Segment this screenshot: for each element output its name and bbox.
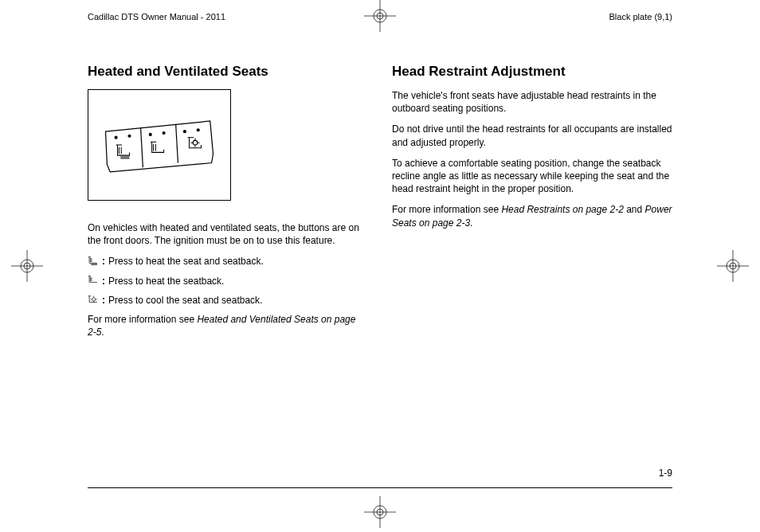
page-header: Cadillac DTS Owner Manual - 2011 Black p…: [0, 12, 760, 22]
head-restraint-p2: Do not drive until the head restraints f…: [392, 123, 672, 148]
svg-point-18: [115, 136, 118, 139]
svg-point-19: [127, 135, 131, 138]
page-footer: 1-9: [88, 464, 672, 488]
seat-buttons-figure: [88, 89, 231, 201]
svg-point-21: [163, 131, 166, 135]
crop-mark-left: [11, 250, 43, 282]
ref-suffix-2: .: [470, 217, 472, 229]
ref-suffix-1: .: [101, 327, 104, 338]
heated-ventilated-heading: Heated and Ventilated Seats: [88, 64, 368, 80]
ref-prefix-1: For more information see: [88, 314, 197, 325]
head-restraint-reference: For more information see Head Restraints…: [392, 203, 672, 229]
heat-seatback-line: : Press to heat the seatback.: [88, 275, 368, 288]
heated-ventilated-reference: For more information see Heated and Vent…: [88, 313, 368, 338]
manual-title: Cadillac DTS Owner Manual - 2011: [88, 12, 225, 22]
svg-point-22: [183, 130, 186, 133]
heat-seat-seatback-text: Press to heat the seat and seatback.: [108, 255, 264, 268]
page-number: 1-9: [659, 467, 672, 479]
ref-mid: and: [624, 204, 645, 215]
ref-prefix-2: For more information see: [392, 204, 501, 215]
head-restraint-heading: Head Restraint Adjustment: [392, 64, 672, 80]
svg-point-20: [149, 133, 152, 136]
heated-seatback-icon: [88, 276, 99, 285]
right-column: Head Restraint Adjustment The vehicle's …: [392, 64, 672, 496]
page-body: Heated and Ventilated Seats: [88, 64, 672, 496]
svg-point-23: [197, 128, 200, 131]
left-column: Heated and Ventilated Seats: [88, 64, 368, 496]
ventilated-seat-icon: [88, 295, 99, 304]
head-restraint-p1: The vehicle's front seats have adjustabl…: [392, 89, 672, 115]
head-restraint-p3: To achieve a comfortable seating positio…: [392, 157, 672, 196]
footer-rule: [88, 487, 672, 488]
plate-label: Black plate (9,1): [609, 12, 672, 22]
heated-seat-full-icon: [88, 256, 99, 265]
cool-seat-text: Press to cool the seat and seatback.: [108, 294, 262, 307]
heat-seatback-text: Press to heat the seatback.: [108, 275, 224, 288]
cool-seat-line: : Press to cool the seat and seatback.: [88, 294, 368, 307]
svg-point-25: [92, 297, 96, 300]
colon-1: :: [102, 255, 105, 268]
heat-seat-seatback-line: : Press to heat the seat and seatback.: [88, 255, 368, 268]
heated-ventilated-intro: On vehicles with heated and ventilated s…: [88, 221, 368, 247]
crop-mark-bottom: [364, 496, 396, 528]
colon-2: :: [102, 275, 105, 288]
ref-link-head-restraints: Head Restraints on page 2‑2: [501, 204, 623, 215]
colon-3: :: [102, 294, 105, 307]
crop-mark-right: [717, 250, 749, 282]
